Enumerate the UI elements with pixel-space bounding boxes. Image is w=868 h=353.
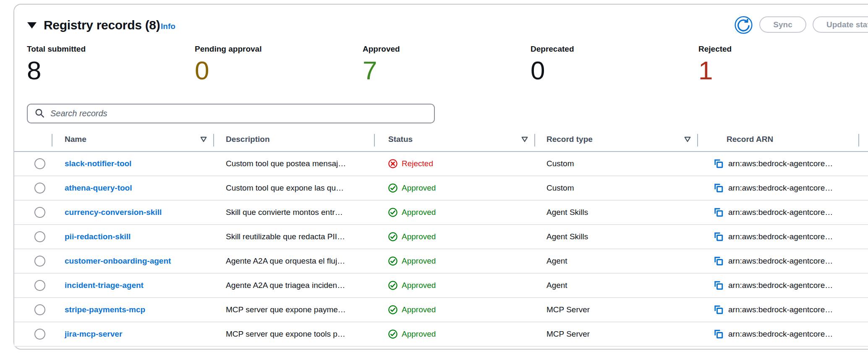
refresh-button[interactable] bbox=[735, 16, 753, 34]
table-row: slack-notifier-tool Custom tool que post… bbox=[14, 152, 868, 176]
row-radio[interactable] bbox=[34, 183, 45, 193]
record-arn-text: arn:aws:bedrock-agentcore… bbox=[728, 183, 833, 193]
sort-icon[interactable] bbox=[521, 136, 528, 143]
stat-value: 8 bbox=[27, 57, 195, 84]
row-radio[interactable] bbox=[34, 231, 45, 242]
stat-value: 0 bbox=[531, 57, 698, 84]
row-radio[interactable] bbox=[34, 158, 45, 169]
record-arn-text: arn:aws:bedrock-agentcore… bbox=[728, 159, 833, 168]
record-name-link[interactable]: pii-redaction-skill bbox=[65, 232, 131, 241]
row-radio[interactable] bbox=[34, 304, 45, 315]
sort-icon[interactable] bbox=[684, 136, 691, 143]
stat-deprecated: Deprecated 0 bbox=[531, 44, 698, 84]
status-badge: Approved bbox=[388, 305, 436, 315]
stat-label: Approved bbox=[363, 44, 531, 54]
page-title: Registry records (8) bbox=[44, 18, 160, 32]
record-arn-cell: arn:aws:bedrock-agentcore… bbox=[713, 304, 833, 315]
stat-value: 7 bbox=[363, 57, 531, 84]
column-resize-handle[interactable] bbox=[52, 134, 52, 146]
record-type: MCP Server bbox=[546, 329, 590, 339]
record-name-link[interactable]: currency-conversion-skill bbox=[65, 208, 162, 217]
row-radio[interactable] bbox=[34, 280, 45, 291]
table-row: incident-triage-agent Agente A2A que tri… bbox=[14, 274, 868, 298]
column-header-record-type[interactable]: Record type bbox=[546, 135, 593, 144]
status-badge: Rejected bbox=[388, 159, 433, 169]
column-resize-handle[interactable] bbox=[534, 134, 535, 146]
column-resize-handle[interactable] bbox=[697, 134, 698, 146]
column-resize-handle[interactable] bbox=[213, 134, 214, 146]
sync-button[interactable]: Sync bbox=[759, 16, 806, 33]
status-badge: Approved bbox=[388, 256, 436, 266]
registry-records-panel: Registry records (8) Info Sync Update st… bbox=[13, 4, 868, 350]
row-radio[interactable] bbox=[34, 256, 45, 267]
approved-icon bbox=[388, 329, 398, 339]
copy-icon[interactable] bbox=[713, 231, 724, 242]
column-resize-handle[interactable] bbox=[858, 134, 859, 146]
info-link[interactable]: Info bbox=[161, 22, 175, 31]
approved-icon bbox=[388, 280, 398, 290]
stat-rejected: Rejected 1 bbox=[698, 44, 866, 84]
column-header-status[interactable]: Status bbox=[388, 135, 413, 144]
copy-icon[interactable] bbox=[713, 256, 724, 267]
approved-icon bbox=[388, 183, 398, 193]
table-row: stripe-payments-mcp MCP server que expon… bbox=[14, 298, 868, 322]
table-header: Name Description Status Record type Reco… bbox=[14, 129, 868, 152]
record-name-link[interactable]: stripe-payments-mcp bbox=[65, 305, 145, 314]
row-radio[interactable] bbox=[34, 329, 45, 340]
stat-value: 0 bbox=[195, 57, 363, 84]
column-header-description: Description bbox=[226, 135, 270, 144]
status-badge: Approved bbox=[388, 232, 436, 242]
record-name-link[interactable]: customer-onboarding-agent bbox=[65, 256, 171, 266]
approved-icon bbox=[388, 232, 398, 242]
update-status-button[interactable]: Update status bbox=[813, 16, 868, 33]
copy-icon[interactable] bbox=[713, 329, 724, 340]
record-type: Agent bbox=[546, 281, 567, 290]
approved-icon bbox=[388, 256, 398, 266]
rejected-icon bbox=[388, 159, 398, 169]
record-description: Skill reutilizable que redacta PII… bbox=[226, 232, 345, 241]
record-name-link[interactable]: slack-notifier-tool bbox=[65, 159, 131, 168]
status-badge: Approved bbox=[388, 207, 436, 217]
record-arn-cell: arn:aws:bedrock-agentcore… bbox=[713, 329, 833, 340]
approved-icon bbox=[388, 305, 398, 315]
status-label: Approved bbox=[402, 208, 436, 217]
stat-label: Deprecated bbox=[531, 44, 698, 54]
column-header-name[interactable]: Name bbox=[65, 135, 86, 144]
record-arn-cell: arn:aws:bedrock-agentcore… bbox=[713, 256, 833, 267]
record-arn-cell: arn:aws:bedrock-agentcore… bbox=[713, 183, 833, 193]
record-description: Agente A2A que triagea inciden… bbox=[226, 281, 345, 290]
status-label: Approved bbox=[402, 329, 436, 339]
search-box bbox=[27, 104, 435, 123]
collapse-caret-icon[interactable] bbox=[27, 22, 37, 29]
record-description: Custom tool que expone las qu… bbox=[226, 183, 344, 193]
record-name-link[interactable]: athena-query-tool bbox=[65, 183, 132, 193]
status-label: Approved bbox=[402, 256, 436, 266]
record-description: Agente A2A que orquesta el fluj… bbox=[226, 256, 345, 266]
status-label: Approved bbox=[402, 281, 436, 290]
record-description: Custom tool que postea mensaj… bbox=[226, 159, 346, 168]
row-radio[interactable] bbox=[34, 207, 45, 218]
sort-icon[interactable] bbox=[200, 136, 207, 143]
copy-icon[interactable] bbox=[713, 158, 724, 169]
status-label: Approved bbox=[402, 305, 436, 314]
copy-icon[interactable] bbox=[713, 304, 724, 315]
stat-pending-approval: Pending approval 0 bbox=[195, 44, 363, 84]
copy-icon[interactable] bbox=[713, 280, 724, 291]
status-badge: Approved bbox=[388, 183, 436, 193]
record-arn-cell: arn:aws:bedrock-agentcore… bbox=[713, 158, 833, 169]
record-name-link[interactable]: jira-mcp-server bbox=[65, 329, 122, 339]
record-type: MCP Server bbox=[546, 305, 590, 314]
record-arn-cell: arn:aws:bedrock-agentcore… bbox=[713, 280, 833, 291]
record-name-link[interactable]: incident-triage-agent bbox=[65, 281, 144, 290]
copy-icon[interactable] bbox=[713, 183, 724, 193]
record-type: Agent bbox=[546, 256, 567, 266]
search-input[interactable] bbox=[27, 104, 435, 123]
status-badge: Approved bbox=[388, 280, 436, 290]
record-description: MCP server que expone tools p… bbox=[226, 329, 345, 339]
table-row: athena-query-tool Custom tool que expone… bbox=[14, 176, 868, 201]
column-resize-handle[interactable] bbox=[374, 134, 375, 146]
record-arn-text: arn:aws:bedrock-agentcore… bbox=[728, 232, 833, 241]
table-body: slack-notifier-tool Custom tool que post… bbox=[14, 152, 868, 347]
stat-label: Total submitted bbox=[27, 44, 195, 54]
copy-icon[interactable] bbox=[713, 207, 724, 218]
